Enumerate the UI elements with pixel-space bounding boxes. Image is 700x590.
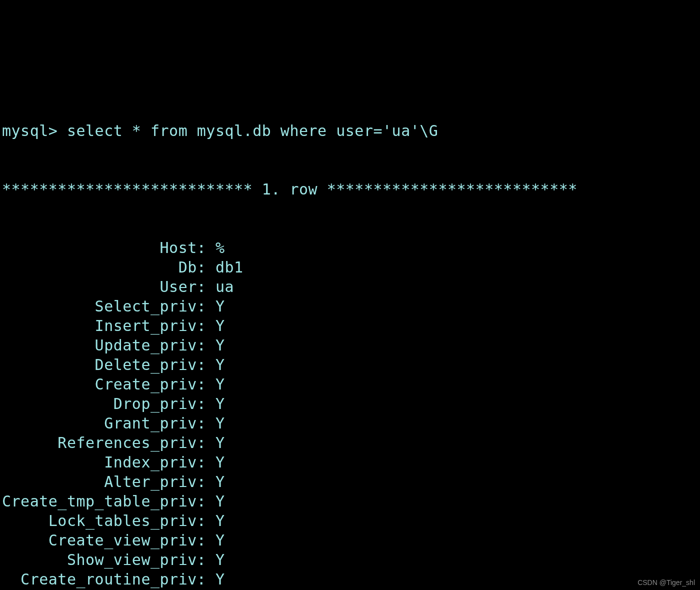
- field-label: Insert_priv:: [2, 316, 216, 336]
- field-value: Y: [216, 452, 225, 472]
- field-label: Show_view_priv:: [2, 550, 216, 570]
- field-label: Create_priv:: [2, 374, 216, 394]
- field-value: Y: [216, 355, 225, 374]
- row-separator: *************************** 1. row *****…: [2, 180, 698, 199]
- field-value: Y: [216, 414, 225, 433]
- result-field-row: Host: %: [2, 238, 698, 258]
- field-value: Y: [216, 316, 225, 336]
- result-fields: Host: % Db: db1 User: ua Select_priv: Y …: [2, 238, 698, 590]
- field-value: Y: [216, 570, 225, 589]
- field-value: Y: [216, 530, 225, 550]
- field-value: db1: [216, 258, 244, 277]
- result-field-row: Show_view_priv: Y: [2, 550, 698, 570]
- field-label: References_priv:: [2, 433, 216, 452]
- field-value: Y: [216, 492, 225, 511]
- field-value: Y: [216, 374, 225, 394]
- field-label: Select_priv:: [2, 296, 216, 316]
- field-label: Create_tmp_table_priv:: [2, 492, 216, 511]
- field-label: Grant_priv:: [2, 414, 216, 433]
- field-value: Y: [216, 394, 225, 414]
- result-field-row: Insert_priv: Y: [2, 316, 698, 336]
- field-value: ua: [216, 277, 234, 296]
- field-label: Host:: [2, 238, 216, 258]
- result-field-row: Lock_tables_priv: Y: [2, 511, 698, 530]
- field-label: User:: [2, 277, 216, 296]
- result-field-row: Drop_priv: Y: [2, 394, 698, 414]
- result-field-row: Create_priv: Y: [2, 374, 698, 394]
- result-field-row: Update_priv: Y: [2, 336, 698, 355]
- result-field-row: Db: db1: [2, 258, 698, 277]
- field-label: Update_priv:: [2, 336, 216, 355]
- result-field-row: User: ua: [2, 277, 698, 296]
- result-field-row: Create_routine_priv: Y: [2, 570, 698, 589]
- watermark: CSDN @Tiger_shl: [638, 578, 695, 587]
- field-label: Db:: [2, 258, 216, 277]
- field-label: Create_view_priv:: [2, 530, 216, 550]
- field-value: Y: [216, 550, 225, 570]
- result-field-row: Create_view_priv: Y: [2, 530, 698, 550]
- field-value: %: [216, 238, 225, 258]
- field-label: Drop_priv:: [2, 394, 216, 414]
- field-value: Y: [216, 296, 225, 316]
- field-value: Y: [216, 336, 225, 355]
- result-field-row: Index_priv: Y: [2, 452, 698, 472]
- result-field-row: Select_priv: Y: [2, 296, 698, 316]
- result-field-row: Alter_priv: Y: [2, 472, 698, 492]
- terminal-output: mysql> select * from mysql.db where user…: [2, 82, 698, 590]
- result-field-row: Create_tmp_table_priv: Y: [2, 492, 698, 511]
- field-value: Y: [216, 433, 225, 452]
- field-label: Delete_priv:: [2, 355, 216, 374]
- result-field-row: Grant_priv: Y: [2, 414, 698, 433]
- field-label: Alter_priv:: [2, 472, 216, 492]
- field-label: Index_priv:: [2, 452, 216, 472]
- field-value: Y: [216, 472, 225, 492]
- result-field-row: Delete_priv: Y: [2, 355, 698, 374]
- field-value: Y: [216, 511, 225, 530]
- mysql-prompt-line: mysql> select * from mysql.db where user…: [2, 121, 698, 140]
- field-label: Lock_tables_priv:: [2, 511, 216, 530]
- result-field-row: References_priv: Y: [2, 433, 698, 452]
- field-label: Create_routine_priv:: [2, 570, 216, 589]
